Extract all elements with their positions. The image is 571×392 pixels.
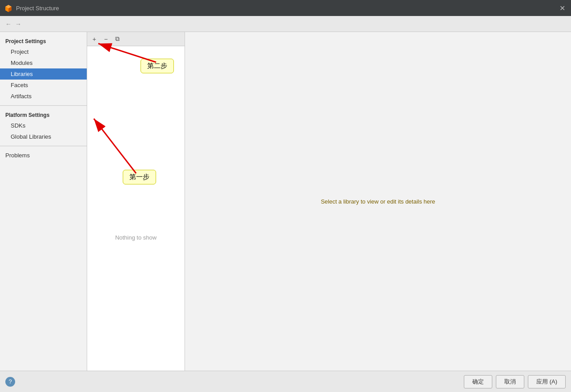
- app-icon: [4, 4, 12, 12]
- window: Project Structure ✕ ← → Project Settings…: [0, 0, 571, 392]
- sidebar-item-sdks[interactable]: SDKs: [0, 120, 87, 131]
- sidebar-item-facets[interactable]: Facets: [0, 80, 87, 91]
- sidebar-item-project[interactable]: Project: [0, 46, 87, 57]
- sidebar-item-global-libraries[interactable]: Global Libraries: [0, 131, 87, 142]
- nav-bar: ← →: [0, 16, 571, 32]
- sidebar-item-artifacts[interactable]: Artifacts: [0, 91, 87, 102]
- panel-list: Nothing to show: [87, 46, 185, 371]
- apply-button[interactable]: 应用 (A): [528, 375, 566, 388]
- cancel-button[interactable]: 取消: [496, 375, 524, 388]
- panel-wrapper: + − ⧉ Nothing to show 第二步 第一步: [87, 32, 185, 371]
- confirm-button[interactable]: 确定: [464, 375, 492, 388]
- back-button[interactable]: ←: [4, 19, 13, 29]
- content-area: ← → Project Settings Project Modules Lib…: [0, 16, 571, 392]
- panel-toolbar: + − ⧉: [87, 32, 185, 46]
- main-content: Project Settings Project Modules Librari…: [0, 32, 571, 371]
- help-button[interactable]: ?: [5, 377, 15, 387]
- detail-area: Select a library to view or edit its det…: [185, 32, 571, 371]
- project-settings-header: Project Settings: [0, 36, 87, 46]
- panel-area: + − ⧉ Nothing to show: [87, 32, 185, 371]
- platform-settings-header: Platform Settings: [0, 109, 87, 120]
- add-library-button[interactable]: +: [89, 34, 100, 44]
- sidebar-item-modules[interactable]: Modules: [0, 57, 87, 68]
- copy-library-button[interactable]: ⧉: [112, 34, 123, 44]
- detail-hint: Select a library to view or edit its det…: [321, 198, 435, 205]
- remove-library-button[interactable]: −: [101, 34, 111, 44]
- sidebar-item-libraries[interactable]: Libraries: [0, 68, 87, 80]
- sidebar-divider: [0, 105, 87, 106]
- bottom-bar: ? 确定 取消 应用 (A): [0, 371, 571, 392]
- panel-empty-text: Nothing to show: [87, 234, 185, 241]
- forward-button[interactable]: →: [13, 19, 23, 29]
- sidebar-item-problems[interactable]: Problems: [0, 150, 87, 161]
- title-bar-title: Project Structure: [16, 5, 558, 12]
- sidebar-divider2: [0, 146, 87, 146]
- sidebar: Project Settings Project Modules Librari…: [0, 32, 87, 371]
- title-bar: Project Structure ✕: [0, 0, 571, 16]
- close-button[interactable]: ✕: [558, 4, 567, 12]
